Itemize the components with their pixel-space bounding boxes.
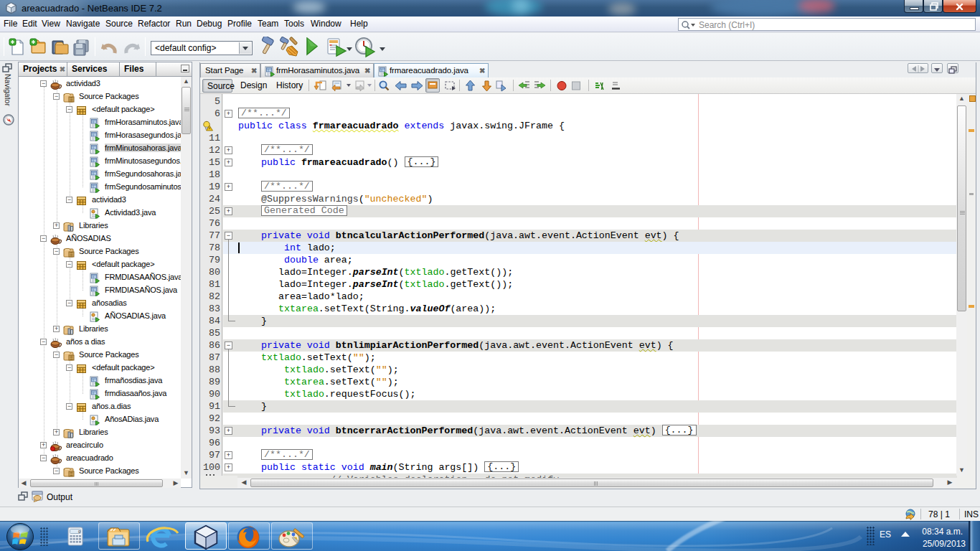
- svg-text:0: 0: [78, 529, 80, 534]
